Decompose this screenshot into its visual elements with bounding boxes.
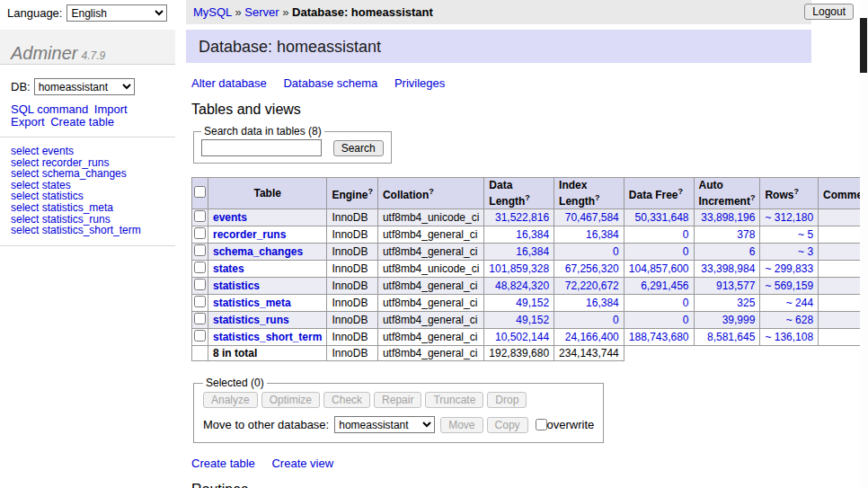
auto-increment-link[interactable]: 39,999 [722, 314, 756, 326]
data-free-link[interactable]: 0 [683, 245, 689, 258]
data-length-link[interactable]: 49,152 [516, 314, 549, 326]
data-free-link[interactable]: 0 [683, 314, 689, 326]
move-db-select[interactable]: homeassistant [334, 416, 435, 433]
create-link[interactable]: Create view [271, 457, 333, 470]
optimize-button[interactable]: Optimize [261, 392, 320, 408]
overwrite-checkbox[interactable] [536, 419, 547, 430]
auto-increment-link[interactable]: 6 [749, 245, 756, 258]
sidebar-action-link[interactable]: Import [94, 102, 128, 116]
row-checkbox[interactable] [194, 244, 206, 256]
table-name-link[interactable]: statistics_short_term [213, 331, 322, 343]
selected-fieldset: Selected (0) AnalyzeOptimizeCheckRepairT… [193, 377, 604, 443]
rows-link[interactable]: ~ 569,159 [765, 279, 813, 292]
rows-link[interactable]: ~ 299,833 [765, 262, 813, 275]
data-free-link[interactable]: 6,291,456 [641, 279, 688, 292]
index-length-link[interactable]: 0 [613, 245, 619, 258]
data-length-link[interactable]: 48,824,320 [495, 279, 549, 292]
analyze-button[interactable]: Analyze [203, 392, 258, 408]
auto-increment-link[interactable]: 33,898,196 [701, 211, 755, 224]
table-name-link[interactable]: statistics_meta [213, 297, 291, 309]
table-name-link[interactable]: statistics_runs [213, 314, 289, 326]
data-free-link[interactable]: 50,331,648 [634, 211, 688, 224]
sidebar-action-link[interactable]: SQL command [11, 102, 88, 116]
sidebar-action-link[interactable]: Export [11, 115, 45, 129]
rows-link[interactable]: ~ 628 [786, 314, 813, 326]
scrollbar-thumb[interactable] [860, 18, 867, 73]
check-button[interactable]: Check [323, 392, 370, 408]
data-length-link[interactable]: 16,384 [516, 228, 549, 241]
row-checkbox[interactable] [194, 227, 206, 239]
breadcrumb-link[interactable]: MySQL [193, 5, 232, 19]
auto-increment-link[interactable]: 913,577 [716, 279, 755, 292]
table-name-link[interactable]: events [213, 211, 247, 224]
logout-button[interactable]: Logout [804, 4, 854, 20]
table-name-cell: states [208, 261, 327, 278]
table-name-link[interactable]: statistics [213, 279, 260, 292]
data-length-link[interactable]: 101,859,328 [489, 262, 549, 275]
search-button[interactable]: Search [333, 140, 384, 156]
breadcrumb-separator: » [232, 5, 244, 19]
drop-button[interactable]: Drop [487, 392, 527, 408]
rows-link[interactable]: ~ 136,108 [765, 331, 813, 343]
row-checkbox[interactable] [194, 313, 206, 324]
repair-button[interactable]: Repair [374, 392, 421, 408]
db-action-link[interactable]: Alter database [191, 76, 267, 90]
data-free-link[interactable]: 104,857,600 [629, 262, 689, 275]
sidebar-table-link[interactable]: select statistics_meta [11, 202, 164, 214]
data-length-link[interactable]: 49,152 [516, 297, 549, 309]
db-action-link[interactable]: Privileges [394, 76, 445, 90]
table-name-cell: recorder_runs [208, 226, 327, 244]
row-checkbox[interactable] [194, 279, 206, 290]
search-input[interactable] [201, 139, 322, 156]
scrollbar[interactable] [860, 0, 868, 488]
truncate-button[interactable]: Truncate [425, 392, 483, 408]
rows-link[interactable]: ~ 312,180 [765, 211, 813, 224]
row-checkbox[interactable] [194, 210, 206, 222]
db-select[interactable]: homeassistant [34, 78, 135, 95]
index-length-link[interactable]: 16,384 [586, 228, 619, 241]
table-row: statisticsInnoDButf8mb4_general_ci48,824… [192, 278, 868, 295]
sidebar-table-link[interactable]: select events [11, 146, 164, 157]
data-free-link[interactable]: 0 [683, 228, 689, 241]
table-name-link[interactable]: recorder_runs [213, 228, 286, 241]
row-checkbox[interactable] [194, 330, 206, 342]
rows-link[interactable]: ~ 3 [798, 245, 813, 258]
index-length-link[interactable]: 24,166,400 [565, 331, 619, 343]
routines-heading: Routines [191, 482, 811, 488]
index-length-link[interactable]: 72,220,672 [565, 279, 619, 292]
row-checkbox[interactable] [194, 262, 206, 273]
breadcrumb: MySQL » Server » Database: homeassistant [186, 0, 811, 24]
table-name-link[interactable]: schema_changes [213, 245, 303, 258]
data-free-link[interactable]: 0 [683, 297, 689, 309]
create-link[interactable]: Create table [191, 457, 255, 470]
sidebar-table-link[interactable]: select statistics_short_term [11, 225, 164, 236]
index-length-link[interactable]: 70,467,584 [565, 211, 619, 224]
index-length-link[interactable]: 16,384 [586, 297, 619, 309]
total-row: 8 in totalInnoDButf8mb4_general_ci192,83… [192, 346, 868, 361]
data-length-link[interactable]: 31,522,816 [495, 211, 549, 224]
auto-increment-link[interactable]: 325 [737, 297, 755, 309]
sidebar-action-link[interactable]: Create table [50, 115, 114, 129]
table-name-link[interactable]: states [213, 262, 244, 275]
row-checkbox[interactable] [194, 296, 206, 307]
move-button[interactable]: Move [440, 417, 483, 433]
rows-link[interactable]: ~ 244 [786, 297, 813, 309]
collation-cell: utf8mb4_general_ci [377, 312, 483, 329]
data-length-link[interactable]: 16,384 [516, 245, 549, 258]
breadcrumb-link[interactable]: Server [244, 5, 279, 19]
table-name-cell: statistics_short_term [208, 329, 327, 346]
auto-increment-link[interactable]: 378 [737, 228, 755, 241]
sidebar-table-link[interactable]: select schema_changes [11, 168, 164, 180]
auto-increment-link[interactable]: 33,398,984 [701, 262, 755, 275]
data-length-link[interactable]: 10,502,144 [495, 331, 549, 343]
rows-link[interactable]: ~ 5 [798, 228, 813, 241]
auto-increment-link[interactable]: 8,581,645 [707, 331, 755, 343]
select-all-checkbox[interactable] [194, 186, 206, 198]
db-action-link[interactable]: Database schema [283, 76, 377, 90]
index-length-link[interactable]: 67,256,320 [565, 262, 619, 275]
copy-button[interactable]: Copy [487, 417, 528, 433]
index-length-link[interactable]: 0 [613, 314, 619, 326]
data-free-link[interactable]: 188,743,680 [629, 331, 689, 343]
move-label: Move to other database: [203, 418, 329, 431]
language-select[interactable]: English [66, 4, 167, 22]
